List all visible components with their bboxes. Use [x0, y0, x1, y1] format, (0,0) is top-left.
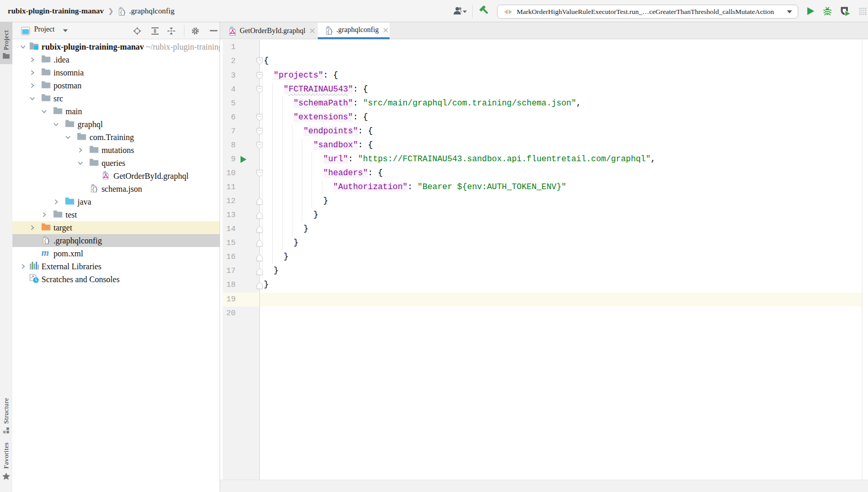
svg-text:m: m: [41, 248, 49, 257]
svg-text:{}: {}: [91, 187, 98, 193]
svg-text:{}: {}: [119, 10, 126, 16]
svg-text:{}: {}: [43, 239, 50, 244]
svg-text:{}: {}: [327, 29, 333, 35]
